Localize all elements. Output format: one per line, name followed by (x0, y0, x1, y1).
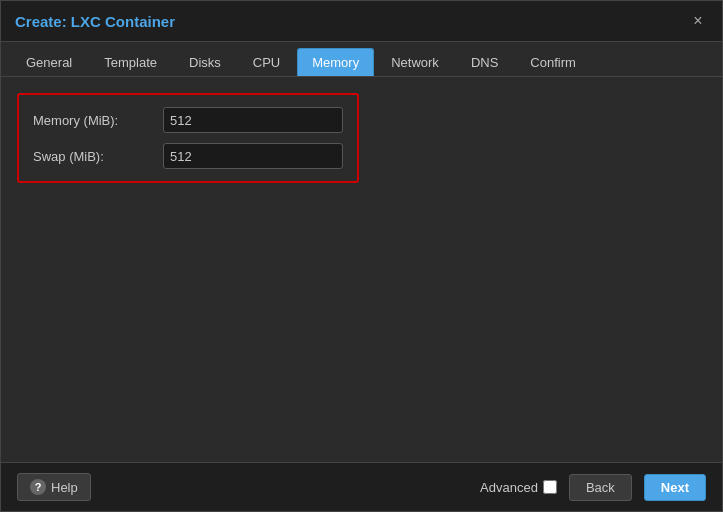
tab-memory[interactable]: Memory (297, 48, 374, 76)
tab-general[interactable]: General (11, 48, 87, 76)
tab-confirm[interactable]: Confirm (515, 48, 591, 76)
next-button[interactable]: Next (644, 474, 706, 501)
back-button[interactable]: Back (569, 474, 632, 501)
dialog-title: Create: LXC Container (15, 13, 175, 30)
memory-label: Memory (MiB): (33, 113, 163, 128)
tab-disks[interactable]: Disks (174, 48, 236, 76)
dialog-header: Create: LXC Container × (1, 1, 722, 42)
advanced-checkbox[interactable] (543, 480, 557, 494)
help-icon: ? (30, 479, 46, 495)
tab-network[interactable]: Network (376, 48, 454, 76)
memory-spinner[interactable]: ▲ ▼ (163, 107, 343, 133)
tab-dns[interactable]: DNS (456, 48, 513, 76)
close-button[interactable]: × (688, 11, 708, 31)
footer-left: ? Help (17, 473, 91, 501)
help-button[interactable]: ? Help (17, 473, 91, 501)
help-label: Help (51, 480, 78, 495)
tabs-bar: General Template Disks CPU Memory Networ… (1, 42, 722, 77)
tab-template[interactable]: Template (89, 48, 172, 76)
dialog-footer: ? Help Advanced Back Next (1, 462, 722, 511)
footer-right: Advanced Back Next (480, 474, 706, 501)
advanced-text: Advanced (480, 480, 538, 495)
tab-content: Memory (MiB): ▲ ▼ Swap (MiB): ▲ ▼ (1, 77, 722, 462)
swap-input[interactable] (164, 144, 343, 168)
memory-form-section: Memory (MiB): ▲ ▼ Swap (MiB): ▲ ▼ (17, 93, 359, 183)
swap-spinner[interactable]: ▲ ▼ (163, 143, 343, 169)
advanced-label[interactable]: Advanced (480, 480, 557, 495)
tab-cpu[interactable]: CPU (238, 48, 295, 76)
memory-input[interactable] (164, 108, 343, 132)
create-lxc-dialog: Create: LXC Container × General Template… (0, 0, 723, 512)
swap-row: Swap (MiB): ▲ ▼ (33, 143, 343, 169)
memory-row: Memory (MiB): ▲ ▼ (33, 107, 343, 133)
swap-label: Swap (MiB): (33, 149, 163, 164)
